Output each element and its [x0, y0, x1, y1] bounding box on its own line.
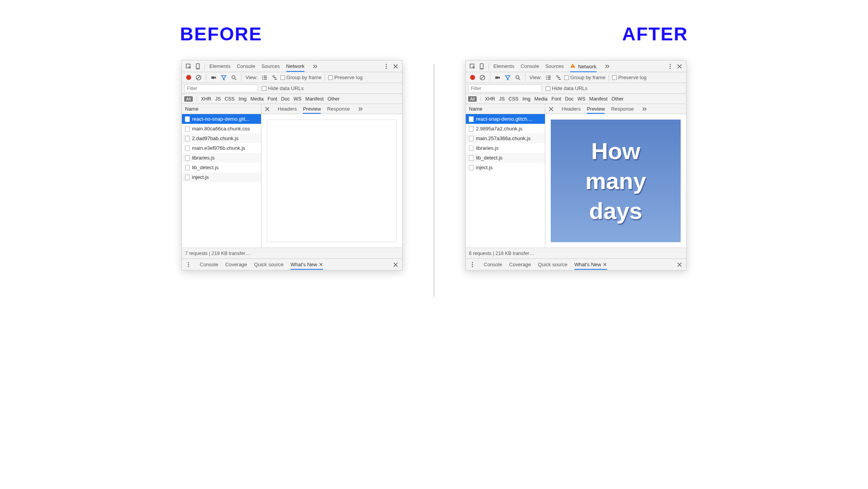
hide-data-urls-checkbox[interactable]: Hide data URLs [262, 85, 304, 91]
type-filter-css[interactable]: CSS [225, 96, 235, 102]
kebab-menu-icon[interactable] [666, 62, 674, 71]
type-filter-xhr[interactable]: XHR [485, 96, 495, 102]
drawer-tab-quick-source[interactable]: Quick source [538, 259, 567, 270]
view-waterfall-icon[interactable] [270, 73, 279, 82]
close-devtools-icon[interactable] [675, 62, 684, 71]
preserve-log-checkbox[interactable]: Preserve log [328, 75, 363, 80]
type-filter-font[interactable]: Font [552, 96, 561, 102]
drawer-menu-icon[interactable] [468, 260, 477, 269]
request-row[interactable]: libraries.js [466, 143, 545, 153]
request-row[interactable]: inject.js [182, 172, 261, 182]
request-row[interactable]: 2.dad97bab.chunk.js [182, 134, 261, 143]
type-filter-other[interactable]: Other [611, 96, 623, 102]
more-tabs-icon[interactable] [603, 62, 611, 71]
drawer-tab-coverage[interactable]: Coverage [509, 259, 531, 270]
detail-tab-preview[interactable]: Preview [303, 104, 321, 114]
more-detail-tabs-icon[interactable] [640, 105, 648, 113]
inspect-element-icon[interactable] [468, 62, 477, 71]
device-toggle-icon[interactable] [194, 62, 202, 71]
type-filter-js[interactable]: JS [499, 96, 505, 102]
request-row[interactable]: react-no-snap-demo.glit... [182, 114, 261, 124]
tab-network[interactable]: Network [570, 61, 597, 72]
search-icon[interactable] [514, 73, 522, 82]
inspect-element-icon[interactable] [184, 62, 193, 71]
detail-tab-preview[interactable]: Preview [587, 104, 605, 114]
screenshot-icon[interactable] [493, 73, 502, 82]
filter-toggle-icon[interactable] [503, 73, 512, 82]
type-filter-img[interactable]: Img [239, 96, 247, 102]
request-row[interactable]: react-snap-demo.glitch.... [466, 114, 545, 124]
filter-input[interactable] [468, 85, 542, 92]
type-filter-media[interactable]: Media [251, 96, 264, 102]
screenshot-icon[interactable] [209, 73, 218, 82]
request-row[interactable]: 2.9895a7a2.chunk.js [466, 124, 545, 134]
filter-input[interactable] [184, 85, 258, 92]
close-drawer-icon[interactable] [391, 260, 400, 269]
detail-tab-headers[interactable]: Headers [278, 104, 297, 114]
detail-tab-response[interactable]: Response [327, 104, 350, 114]
request-row[interactable]: main.e3ef976b.chunk.js [182, 143, 261, 153]
clear-log-icon[interactable] [194, 73, 203, 82]
tab-network[interactable]: Network [286, 61, 305, 72]
type-filter-all[interactable]: All [184, 96, 193, 102]
detail-tab-response[interactable]: Response [611, 104, 634, 114]
close-detail-icon[interactable] [263, 105, 271, 113]
type-filter-ws[interactable]: WS [294, 96, 301, 102]
drawer-tab-whats-new[interactable]: What's New [574, 259, 607, 270]
type-filter-manifest[interactable]: Manifest [305, 96, 323, 102]
drawer-tab-coverage[interactable]: Coverage [225, 259, 247, 270]
hide-data-urls-checkbox[interactable]: Hide data URLs [546, 85, 588, 91]
more-tabs-icon[interactable] [311, 62, 319, 71]
tab-sources[interactable]: Sources [545, 61, 564, 72]
close-tab-icon[interactable] [319, 262, 323, 267]
tab-elements[interactable]: Elements [209, 61, 230, 72]
tab-console[interactable]: Console [520, 61, 539, 72]
more-detail-tabs-icon[interactable] [356, 105, 365, 113]
type-filter-other[interactable]: Other [327, 96, 339, 102]
detail-tab-headers[interactable]: Headers [562, 104, 581, 114]
request-row[interactable]: libraries.js [182, 153, 261, 163]
drawer-tab-whats-new[interactable]: What's New [290, 259, 323, 270]
group-by-frame-checkbox[interactable]: Group by frame [280, 75, 322, 80]
type-filter-font[interactable]: Font [268, 96, 277, 102]
drawer-tab-quick-source[interactable]: Quick source [254, 259, 284, 270]
request-row[interactable]: main.257a366a.chunk.js [466, 134, 545, 143]
kebab-menu-icon[interactable] [382, 62, 391, 71]
request-row[interactable]: lib_detect.js [182, 163, 261, 172]
request-row[interactable]: inject.js [466, 163, 545, 172]
type-filter-all[interactable]: All [468, 96, 477, 102]
record-button[interactable] [184, 73, 193, 82]
view-waterfall-icon[interactable] [554, 73, 563, 82]
clear-log-icon[interactable] [478, 73, 487, 82]
filter-toggle-icon[interactable] [220, 73, 228, 82]
type-filter-doc[interactable]: Doc [281, 96, 290, 102]
preserve-log-checkbox[interactable]: Preserve log [612, 75, 647, 80]
record-button[interactable] [468, 73, 477, 82]
tab-console[interactable]: Console [237, 61, 255, 72]
tab-elements[interactable]: Elements [493, 61, 514, 72]
device-toggle-icon[interactable] [477, 62, 486, 71]
view-list-icon[interactable] [260, 73, 269, 82]
close-detail-icon[interactable] [547, 105, 555, 113]
request-row[interactable]: lib_detect.js [466, 153, 545, 163]
tab-sources[interactable]: Sources [261, 61, 280, 72]
type-filter-manifest[interactable]: Manifest [589, 96, 607, 102]
view-list-icon[interactable] [544, 73, 553, 82]
request-row[interactable]: main.80ca66ca.chunk.css [182, 124, 261, 134]
type-filter-ws[interactable]: WS [578, 96, 585, 102]
drawer-menu-icon[interactable] [184, 260, 193, 269]
type-filter-js[interactable]: JS [215, 96, 221, 102]
request-name: main.257a366a.chunk.js [476, 135, 531, 141]
type-filter-xhr[interactable]: XHR [201, 96, 211, 102]
group-by-frame-checkbox[interactable]: Group by frame [564, 75, 605, 80]
drawer-tab-console[interactable]: Console [200, 259, 218, 270]
close-tab-icon[interactable] [603, 262, 607, 267]
type-filter-css[interactable]: CSS [508, 96, 519, 102]
type-filter-img[interactable]: Img [522, 96, 531, 102]
close-drawer-icon[interactable] [675, 260, 684, 269]
close-devtools-icon[interactable] [391, 62, 400, 71]
type-filter-media[interactable]: Media [534, 96, 548, 102]
search-icon[interactable] [230, 73, 238, 82]
drawer-tab-console[interactable]: Console [484, 259, 502, 270]
type-filter-doc[interactable]: Doc [565, 96, 574, 102]
